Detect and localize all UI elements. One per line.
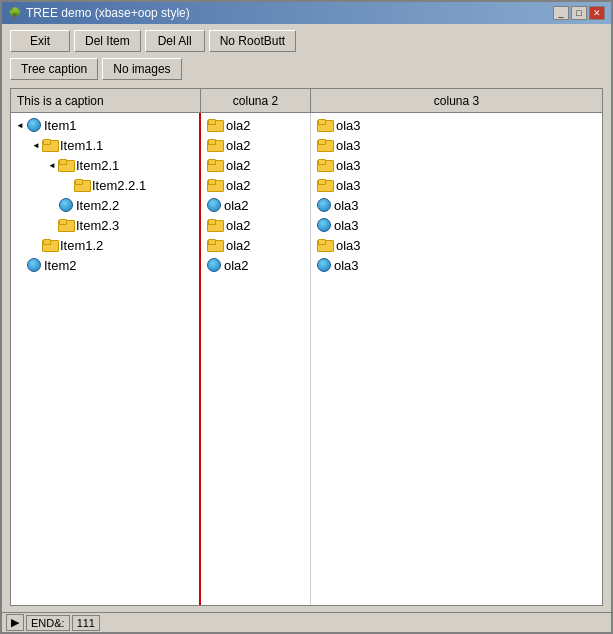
folder-icon [317,159,333,172]
globe-icon [207,198,221,212]
window-title: TREE demo (xbase+oop style) [26,6,190,20]
no-images-button[interactable]: No images [102,58,181,80]
folder-icon [58,217,74,233]
status-left: ▶ [6,614,24,631]
titlebar-controls: _ □ ✕ [553,6,605,20]
tree-row[interactable]: ▸ Item2.2 [11,195,199,215]
folder-icon [42,137,58,153]
folder-icon [207,219,223,232]
col2-header: coluna 2 [201,89,311,112]
data-value: ola2 [226,138,251,153]
del-all-button[interactable]: Del All [145,30,205,52]
titlebar-title: 🌳 TREE demo (xbase+oop style) [8,6,190,20]
data-row: ola2 [201,195,310,215]
folder-icon [42,237,58,253]
tree-row[interactable]: ▸ Item1.2 [11,235,199,255]
expand-arrow: ◄ [47,160,57,170]
content-area: Exit Del Item Del All No RootButt Tree c… [2,24,611,612]
data-value: ola3 [336,238,361,253]
folder-icon [317,139,333,152]
tree-row[interactable]: ▸ Item2.3 [11,215,199,235]
data-value: ola3 [336,138,361,153]
col1-header: This is a caption [11,89,201,112]
status-mid: END&: [26,615,70,631]
tree-row[interactable]: ◄ Item1 [11,115,199,135]
data-row: ola3 [311,195,602,215]
tree-row[interactable]: ▸ Item2.2.1 [11,175,199,195]
tree-item-label: Item1.2 [60,238,103,253]
minimize-button[interactable]: _ [553,6,569,20]
globe-icon [317,258,331,272]
globe-icon [26,117,42,133]
data-value: ola3 [334,198,359,213]
data-value: ola2 [226,118,251,133]
tree-item-label: Item2.2.1 [92,178,146,193]
data-row: ola3 [311,255,602,275]
globe-icon [58,197,74,213]
data-row: ola2 [201,155,310,175]
data-value: ola3 [336,118,361,133]
data-value: ola3 [336,158,361,173]
main-window: 🌳 TREE demo (xbase+oop style) _ □ ✕ Exit… [0,0,613,634]
status-right: 111 [72,615,100,631]
tree-row[interactable]: ▸ Item2 [11,255,199,275]
tree-header: This is a caption coluna 2 coluna 3 [11,89,602,113]
del-item-button[interactable]: Del Item [74,30,141,52]
status-bar: ▶ END&: 111 [2,612,611,632]
folder-icon [58,157,74,173]
expand-arrow: ◄ [15,120,25,130]
data-value: ola3 [336,178,361,193]
folder-icon [207,139,223,152]
data-value: ola2 [224,258,249,273]
tree-item-label: Item2.3 [76,218,119,233]
tree-item-label: Item2.1 [76,158,119,173]
data-row: ola2 [201,235,310,255]
data-value: ola2 [226,158,251,173]
tree-caption-button[interactable]: Tree caption [10,58,98,80]
globe-icon [317,218,331,232]
title-icon: 🌳 [8,7,22,20]
tree-col1: ◄ Item1 ◄ Item1.1 ◄ Item2.1 [11,113,201,605]
tree-row[interactable]: ◄ Item1.1 [11,135,199,155]
exit-button[interactable]: Exit [10,30,70,52]
data-row: ola2 [201,215,310,235]
expand-arrow: ◄ [31,140,41,150]
folder-icon [207,179,223,192]
data-row: ola2 [201,175,310,195]
tree-item-label: Item1.1 [60,138,103,153]
toolbar-row1: Exit Del Item Del All No RootButt [10,30,603,52]
data-row: ola3 [311,235,602,255]
tree-row[interactable]: ◄ Item2.1 [11,155,199,175]
globe-icon [317,198,331,212]
folder-icon [317,179,333,192]
data-row: ola3 [311,135,602,155]
no-root-button[interactable]: No RootButt [209,30,296,52]
folder-icon [317,119,333,132]
data-value: ola3 [334,218,359,233]
tree-col2: ola2 ola2 ola2 ola2 ola2 ola2 ola2 ola2 [201,113,311,605]
tree-item-label: Item1 [44,118,77,133]
close-button[interactable]: ✕ [589,6,605,20]
data-row: ola3 [311,215,602,235]
globe-icon [26,257,42,273]
tree-item-label: Item2.2 [76,198,119,213]
maximize-button[interactable]: □ [571,6,587,20]
data-row: ola2 [201,115,310,135]
titlebar: 🌳 TREE demo (xbase+oop style) _ □ ✕ [2,2,611,24]
data-row: ola3 [311,115,602,135]
data-row: ola3 [311,175,602,195]
data-value: ola2 [224,198,249,213]
data-row: ola2 [201,135,310,155]
tree-panel: This is a caption coluna 2 coluna 3 ◄ It… [10,88,603,606]
data-value: ola2 [226,218,251,233]
tree-item-label: Item2 [44,258,77,273]
toolbar-row2: Tree caption No images [10,58,603,80]
folder-icon [207,239,223,252]
folder-icon [207,119,223,132]
tree-body: ◄ Item1 ◄ Item1.1 ◄ Item2.1 [11,113,602,605]
col3-header: coluna 3 [311,89,602,112]
tree-col3: ola3 ola3 ola3 ola3 ola3 ola3 ola3 ola3 [311,113,602,605]
folder-icon [207,159,223,172]
folder-icon [317,239,333,252]
data-row: ola2 [201,255,310,275]
